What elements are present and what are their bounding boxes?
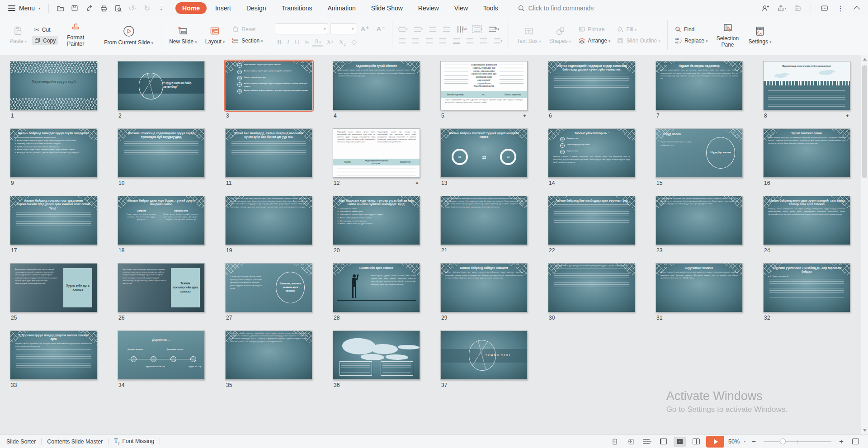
distribute-button[interactable] [451,37,462,45]
tab-home[interactable]: Home [175,2,207,14]
save-button[interactable] [68,2,81,14]
fill-button[interactable]: Fill [614,25,663,34]
decrease-font-button[interactable]: A⁻ [374,25,388,33]
redo-button[interactable]: ↻ [140,2,154,14]
slide-thumbnail-27[interactable]: Хэвийн бус нөхцөлд шинээр ажилд орогсод … [225,263,312,312]
export-pdf-button[interactable] [82,2,96,14]
decrease-indent-button[interactable] [428,25,438,33]
slide-thumbnail-24[interactable]: Ажлын байранд ажилчдын эрүүл мэндийг хам… [763,196,850,245]
slide-thumbnail-19[interactable]: Хорт бодис нь хүний биед амьсгал, арьс, … [225,196,312,245]
underline-button[interactable]: U [292,38,302,46]
slide-thumbnail-30[interactable]: ▸Дууны долгионы урт : Нэг үүсэл хэлбэлзэ… [548,263,635,312]
line-spacing-up-button[interactable] [465,37,475,45]
tab-design[interactable]: Design [240,2,273,14]
slide-thumbnail-4[interactable]: Хөдөлмөрийн тухай ойлголтХөдөлмөрийн эрү… [333,61,420,110]
slide-thumbnail-2[interactable]: “Эрүүл ажлын байр хөтөлбөр” [118,61,205,110]
fit-to-window-button[interactable] [849,437,862,447]
comments-button[interactable] [817,2,831,14]
format-painter-button[interactable]: Format Painter [60,21,91,49]
slide-thumbnail-18[interactable]: Ажлын байран дахь хорт бодис, түүний эрү… [118,196,205,245]
slide-thumbnail-26[interactable]: Хорт бодис, тоос тоосонцор, дуу шуугиан,… [118,263,205,312]
menu-button[interactable]: Menu ▾ [5,2,44,14]
slide-thumbnail-20[interactable]: Хорт бодисын хорт чанар, түүгээр үүсэх б… [333,196,420,245]
line-spacing-button[interactable]: ▾ [492,37,504,45]
selection-pane-button[interactable]: Selection Pane [712,21,744,50]
text-direction-button[interactable]: A▾ [455,25,469,33]
font-size-combo[interactable] [330,24,356,34]
font-missing-button[interactable]: T? Font Missing [114,438,154,446]
new-slide-button[interactable]: New Slide [166,24,200,47]
tab-view[interactable]: View [448,2,475,14]
char-spacing-button[interactable]: B▾ [487,25,501,33]
open-button[interactable] [53,2,67,14]
clear-format-button[interactable]: ◇ [349,38,359,46]
reset-button[interactable]: Reset [230,25,265,34]
zoom-out-button[interactable]: − [750,437,758,446]
font-color-button[interactable]: A▾ [312,38,323,47]
cut-button[interactable]: ✂Cut [32,25,58,34]
settings-button[interactable]: Settings [745,24,775,47]
find-button[interactable]: Find [672,25,710,34]
slide-thumbnail-23[interactable]: Хөдөлмөрлөх нөхцөлийг зөв зохион байгуул… [656,196,743,245]
zoom-level-button[interactable]: 50%▾ [728,439,745,445]
slide-thumbnail-21[interactable]: Хорт бодисууд бие махбодод их бага хэмжэ… [440,196,528,245]
scrollbar-thumb[interactable] [862,65,867,178]
undo-button[interactable]: ↺▾ [126,2,139,14]
align-center-button[interactable] [410,37,421,45]
slide-thumbnail-13[interactable]: Ажлын байрны тоосжилт түүний эрүүл мэнди… [440,128,528,178]
print-button[interactable] [97,2,110,14]
transition-indicator-icon[interactable]: ✦ [523,113,527,119]
text-box-button[interactable]: Text Box [514,24,544,46]
slide-thumbnail-1[interactable]: Хөдөлмөрийн эрүүл ахуй [10,61,97,110]
strikethrough-button[interactable]: S [303,38,311,46]
transition-indicator-icon[interactable]: ✦ [415,180,419,186]
slide-sorter-view-button[interactable] [674,437,686,447]
line-spacing-down-button[interactable] [478,37,489,45]
subscript-button[interactable]: X₂ [336,38,348,46]
bold-button[interactable]: B [275,38,284,46]
shapes-button[interactable]: Shapes [546,24,574,46]
slide-thumbnail-10[interactable]: Дэлхийн хэмжээнд хөдөлмөрийн эрүүл ахуйд… [118,128,205,178]
superscript-button[interactable]: X² [324,38,335,46]
print-preview-button[interactable] [111,2,125,14]
share-user-button[interactable] [758,2,772,14]
tab-slide-show[interactable]: Slide Show [364,2,410,14]
transition-indicator-icon[interactable]: ✦ [845,113,849,119]
tab-animation[interactable]: Animation [321,2,363,14]
slide-thumbnail-16[interactable]: Уушиг тоосжих өвчинЯмар тоосоор үүссэнээ… [763,128,850,178]
new-tab-button[interactable] [791,2,804,14]
tab-transitions[interactable]: Transitions [275,2,319,14]
italic-button[interactable]: I [285,38,292,46]
slide-thumbnail-25[interactable]: Ажиллагсдын үйлдвэрийн осол гэмтэл, хорт… [10,263,97,312]
slide-thumbnail-14[interactable]: Тоосыг үйлчлэлээр нь :01Сэдрээх тоос02Хо… [548,128,635,178]
slide-thumbnail-33[interactable]: 2. Доргион эрүүл мэндэд үзүүлэх нөлөөг х… [10,330,97,380]
collapse-ribbon-button[interactable] [850,2,863,14]
normal-view-button[interactable] [657,437,670,447]
picture-button[interactable]: Picture [576,25,613,34]
slide-thumbnail-36[interactable] [333,330,420,380]
tab-insert[interactable]: Insert [208,2,238,14]
from-current-slide-button[interactable]: From Current Slide [101,23,156,47]
slide-thumbnail-5[interactable]: Хөдөлмөрийн физиологи гэдэг нь хуралдан … [440,61,528,110]
align-text-button[interactable]: ▾ [472,25,484,33]
slide-thumbnail-32[interactable]: Шуугиан үүсгэгчээс 1 м зайнд дБ -ээр гар… [763,263,850,312]
slide-thumbnail-11[interactable]: Хүний бие махбодод, ажлын байранд нөлөөл… [225,128,312,178]
align-right-button[interactable] [424,37,434,45]
slideshow-play-button[interactable] [706,436,724,448]
slide-thumbnail-28[interactable]: Биологийн арга хэмжээАжлын хувцас, дуулг… [333,263,420,312]
numbering-button[interactable]: ▾ [412,25,425,33]
scroll-down-arrow[interactable] [863,429,867,432]
reading-view-button[interactable] [690,437,702,447]
slide-thumbnail-8[interactable]: Ядралтанд олон хүчин зүйл нөлөөлдөг. [763,61,850,110]
copy-button[interactable]: Copy [32,36,58,45]
arrange-button[interactable]: Arrange [576,36,613,45]
bullets-button[interactable]: ▾ [397,25,409,33]
share-button[interactable]: ▾ [774,2,788,14]
slide-thumbnail-31[interactable]: Шуугианыг хэмжихДууны түвшин ба давтамжи… [656,263,743,312]
slide-thumbnail-35[interactable]: Доргионы хэвийн хэмжээг тодорхойлж, эрүү… [225,330,312,380]
slide-thumbnail-12[interactable]: Үйлдвэрийн ажлын байрны орчны болон хөдө… [333,128,420,178]
more-options-button[interactable]: ⋮ [834,2,847,14]
slide-outline-button[interactable]: Slide Outline [614,36,663,45]
rehearse-timing-button[interactable] [609,437,621,447]
slide-thumbnail-3[interactable]: 01Хөдөлмөрийн эрүүл ахуйн тухай ойлголт0… [225,61,312,110]
